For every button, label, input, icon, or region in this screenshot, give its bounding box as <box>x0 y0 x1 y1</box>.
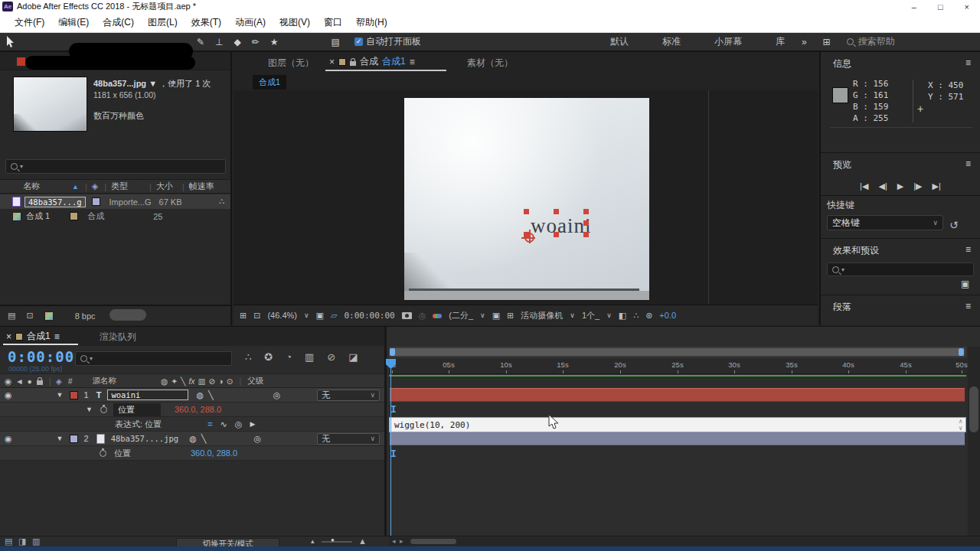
region-of-interest-icon[interactable]: ▣ <box>316 311 324 321</box>
zoom-out-icon[interactable]: ▴ <box>311 537 315 545</box>
effects-search-input[interactable]: ▾ <box>827 262 974 276</box>
layer-row-1[interactable]: ◉ ▼ 1 T woaini ◍ ╲ ◎ 无 ∨ <box>0 388 384 403</box>
tab-footage[interactable]: 素材（无） <box>467 57 513 70</box>
layer-visibility-icon[interactable]: ◉ <box>5 434 12 444</box>
previous-frame-button[interactable]: ◀| <box>878 181 887 191</box>
tab-composition-active[interactable]: × 合成 合成1 ≡ <box>329 55 415 68</box>
show-snapshot-icon[interactable]: ◎ <box>419 311 426 321</box>
shutter-icon[interactable]: ⊛ <box>645 311 652 321</box>
footage-thumbnail[interactable] <box>13 77 87 132</box>
layer-2-duration-bar[interactable] <box>390 432 965 445</box>
menu-edit[interactable]: 编辑(E) <box>51 16 96 29</box>
project-row-footage[interactable]: 48ba357...g Importe...G 67 KB ∴ <box>0 194 230 209</box>
new-composition-icon[interactable] <box>44 311 54 321</box>
monitor-icon[interactable]: ⊡ <box>253 311 260 321</box>
tab-layer[interactable]: 图层（无） <box>268 57 314 70</box>
timeline-zoom-slider[interactable] <box>322 541 352 543</box>
snapshot-icon[interactable] <box>402 312 412 319</box>
reset-icon[interactable]: ↺ <box>949 219 959 231</box>
maximize-button[interactable]: □ <box>938 2 943 11</box>
workspace-default[interactable]: 默认 <box>593 35 645 48</box>
channels-icon[interactable] <box>433 311 442 320</box>
label-column-icon[interactable]: ◈ <box>56 377 62 386</box>
panel-menu-icon[interactable]: ≡ <box>965 57 971 70</box>
workspace-library[interactable]: 库 <box>759 35 802 48</box>
camera-caret-icon[interactable]: ∨ <box>570 311 575 319</box>
view-layout-icon[interactable]: ▣ <box>492 311 500 321</box>
layer-name[interactable]: 48ba357....jpg <box>111 434 179 443</box>
menu-layer[interactable]: 图层(L) <box>141 16 185 29</box>
magnification-value[interactable]: (46.4%) <box>267 311 297 320</box>
work-area-start-handle[interactable] <box>390 348 395 356</box>
eraser-tool-icon[interactable]: ◆ <box>229 37 247 47</box>
parent-pickwhip-icon[interactable]: ◎ <box>253 434 261 444</box>
magnification-caret-icon[interactable]: ∨ <box>304 311 309 319</box>
viewer-timecode[interactable]: 0:00:00:00 <box>344 311 394 321</box>
new-folder-icon[interactable]: ⊡ <box>26 311 33 321</box>
menu-view[interactable]: 视图(V) <box>273 16 317 29</box>
zoom-in-icon[interactable]: ▲ <box>358 536 367 546</box>
layer-label-swatch[interactable] <box>70 391 78 399</box>
safe-margins-icon[interactable]: ▱ <box>331 311 337 321</box>
expression-scroll-arrows[interactable]: ∧∨ <box>959 418 962 432</box>
work-area-end-handle[interactable] <box>959 348 964 356</box>
zoom-slider-knob[interactable]: ● <box>331 536 335 543</box>
text-layer-content[interactable]: woaini <box>531 214 592 238</box>
label-column-icon[interactable]: ◈ <box>92 181 98 191</box>
solo-column-icon[interactable]: ● <box>28 377 32 386</box>
tab-menu-icon[interactable]: ≡ <box>54 331 60 342</box>
property-row-position-1[interactable]: ▼ 位置 360.0, 288.0 <box>0 403 384 417</box>
expression-enable-icon[interactable]: = <box>207 419 212 429</box>
panel-menu-icon[interactable]: ≡ <box>965 158 971 171</box>
workspace-small-screen[interactable]: 小屏幕 <box>697 35 759 48</box>
property-name-selected[interactable]: 位置 <box>113 403 161 416</box>
comp-row-name[interactable]: 合成 1 <box>26 210 50 222</box>
first-frame-button[interactable]: |◀ <box>860 181 868 191</box>
scrollbar-thumb[interactable] <box>969 386 978 432</box>
close-button[interactable]: × <box>965 2 969 11</box>
column-framerate[interactable]: 帧速率 <box>189 181 214 192</box>
menu-effect[interactable]: 效果(T) <box>185 16 228 29</box>
menu-help[interactable]: 帮助(H) <box>349 16 394 29</box>
column-size[interactable]: 大小 <box>156 181 173 192</box>
video-column-icon[interactable]: ◉ <box>5 377 11 386</box>
timeline-search-input[interactable]: ▾ <box>75 351 232 366</box>
switch-motion-blur-icon[interactable]: ⊘ <box>208 377 215 386</box>
shortcut-select[interactable]: 空格键 ∨ <box>827 215 943 230</box>
views-caret-icon[interactable]: ∨ <box>606 311 612 319</box>
lock-column-icon[interactable] <box>37 380 43 385</box>
selection-handle[interactable] <box>583 220 589 226</box>
label-color-swatch[interactable] <box>92 197 100 206</box>
next-frame-button[interactable]: |▶ <box>913 181 922 191</box>
play-button[interactable]: ▶ <box>897 181 903 191</box>
column-type[interactable]: 类型 <box>111 181 128 192</box>
tab-close-icon[interactable]: × <box>329 57 335 67</box>
property-expand-icon[interactable]: ▼ <box>86 406 93 413</box>
layer-expand-icon[interactable]: ▼ <box>57 435 64 442</box>
selection-tool-icon[interactable] <box>6 36 15 47</box>
switch-frame-blend-icon[interactable]: ▥ <box>198 377 206 386</box>
used-in-comp-icon[interactable]: ∴ <box>219 197 224 207</box>
switch-quality-icon[interactable]: ◍ <box>161 377 168 386</box>
auto-open-panels-checkbox[interactable]: ✓ <box>354 37 363 46</box>
expression-editor-input[interactable]: wiggle(10, 200) ∧∨ <box>389 417 966 432</box>
expression-graph-icon[interactable]: ∿ <box>220 419 227 429</box>
tab-menu-icon[interactable]: ≡ <box>410 57 415 67</box>
active-camera-value[interactable]: 活动摄像机 <box>521 310 563 321</box>
workspace-panels-icon[interactable]: ⊞ <box>818 37 836 47</box>
panel-menu-icon[interactable]: ≡ <box>965 244 971 257</box>
parent-select[interactable]: 无 ∨ <box>317 390 380 401</box>
help-search-input[interactable]: 搜索帮助 <box>858 35 895 48</box>
panel-menu-icon[interactable]: ≡ <box>965 301 971 314</box>
project-table-header[interactable]: 名称 ▲ | ◈ | 类型 | 大小 | 帧速率 <box>0 179 230 194</box>
fast-previews-icon[interactable]: ◧ <box>619 311 626 321</box>
composition-viewport[interactable]: woaini <box>234 90 818 305</box>
comp-breadcrumb[interactable]: 合成1 <box>253 75 286 90</box>
toggle-inout-pane-icon[interactable]: ▥ <box>32 536 40 546</box>
filename-dropdown-icon[interactable]: ▼ <box>149 79 157 88</box>
scroll-right-icon[interactable]: ▸ <box>400 537 403 545</box>
selection-handle[interactable] <box>554 209 559 214</box>
resolution-value[interactable]: (二分_ <box>449 310 473 321</box>
switch-collapse-icon[interactable]: ✦ <box>171 377 178 386</box>
pen-tool-icon[interactable]: ✎ <box>191 37 210 47</box>
